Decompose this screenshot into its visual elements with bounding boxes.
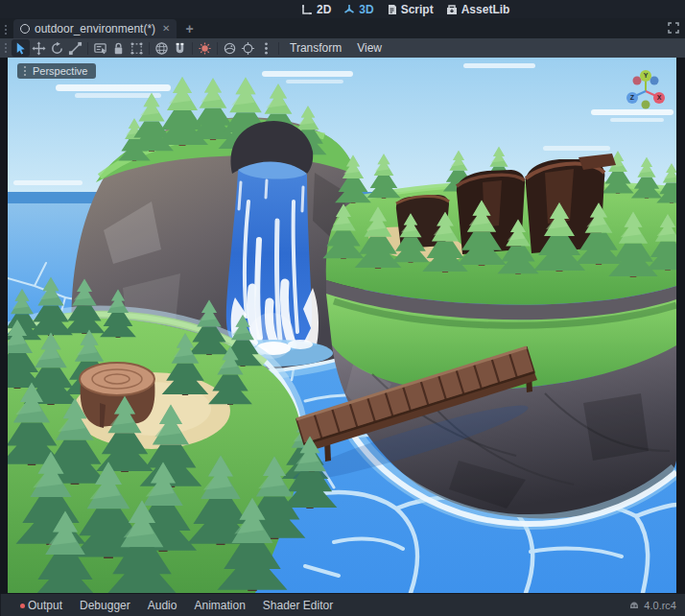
lock-selected-button[interactable] (109, 39, 128, 57)
unread-output-dot (20, 604, 25, 608)
gizmo-neg-y (642, 101, 650, 109)
tab-close-icon[interactable]: ✕ (160, 24, 170, 34)
preview-environment-icon (223, 41, 237, 56)
group-selected-button[interactable] (128, 39, 146, 57)
view-menu[interactable]: View (349, 39, 390, 57)
script-icon (387, 4, 397, 15)
scene-render (8, 58, 676, 593)
scene-tab-label: outdoor_environment(*) (35, 22, 155, 36)
move-icon (32, 41, 46, 56)
rotate-icon (50, 41, 64, 56)
spatial-toolbar: Transform View (0, 38, 685, 58)
select-tool-button[interactable] (12, 39, 30, 57)
scene-tab-bar: outdoor_environment(*) ✕ + (0, 18, 685, 38)
scale-icon (68, 41, 83, 56)
godot-version-icon (629, 601, 639, 610)
workspace-2d-label: 2D (317, 3, 331, 16)
assetlib-icon (446, 4, 458, 15)
version-label: 4.0.rc4 (644, 600, 676, 611)
gizmo-axes: Y X Z (626, 70, 665, 109)
gizmo-y-label: Y (644, 72, 649, 79)
bottom-panel-bar: Output Debugger Audio Animation Shader E… (0, 593, 685, 616)
perspective-button[interactable]: Perspective (17, 63, 96, 79)
shader-editor-button[interactable]: Shader Editor (255, 594, 341, 616)
move-tool-button[interactable] (30, 39, 48, 57)
rotate-tool-button[interactable] (48, 39, 66, 57)
shader-editor-label: Shader Editor (263, 599, 333, 612)
preview-environment-toggle[interactable] (221, 39, 239, 57)
scene-icon (20, 24, 30, 34)
orientation-gizmo[interactable]: Y X Z (625, 67, 667, 111)
local-space-icon (154, 41, 169, 56)
toolbar-drag-handle-icon[interactable] (0, 40, 12, 56)
camera-options-button[interactable] (239, 39, 257, 57)
lock-icon (111, 41, 126, 56)
version-info: 4.0.rc4 (629, 594, 676, 616)
snap-toggle[interactable] (171, 39, 189, 57)
workspace-switcher-bar: 2D 3D Script AssetLib (0, 0, 685, 18)
output-label: Output (28, 599, 62, 612)
list-select-tool-button[interactable] (91, 39, 109, 57)
snap-magnet-icon (173, 41, 187, 56)
gizmo-z-label: Z (630, 94, 635, 101)
animation-button[interactable]: Animation (186, 594, 252, 616)
transform-menu[interactable]: Transform (282, 39, 349, 57)
list-select-icon (93, 41, 107, 56)
right-island (322, 147, 676, 524)
3d-icon (343, 4, 355, 15)
output-button[interactable]: Output (12, 594, 70, 616)
workspace-script-label: Script (401, 3, 434, 16)
perspective-handle-icon (22, 65, 28, 77)
2d-icon (301, 4, 313, 15)
expand-icon (668, 22, 679, 34)
debugger-label: Debugger (80, 599, 130, 612)
animation-label: Animation (194, 599, 245, 612)
group-icon (130, 41, 144, 56)
godot-editor: 2D 3D Script AssetLib outdoor_environmen… (0, 0, 685, 616)
preview-sun-icon (198, 41, 212, 56)
3d-viewport[interactable]: Perspective Y X Z (8, 58, 676, 593)
more-options-button[interactable] (257, 39, 275, 57)
scale-tool-button[interactable] (66, 39, 84, 57)
scene-tab[interactable]: outdoor_environment(*) ✕ (13, 19, 177, 38)
tab-drag-handle-icon[interactable] (0, 21, 12, 38)
workspace-switcher: 2D 3D Script AssetLib (301, 0, 509, 18)
add-scene-tab-button[interactable]: + (177, 19, 201, 38)
debugger-button[interactable]: Debugger (72, 594, 138, 616)
workspace-3d-button[interactable]: 3D (343, 3, 373, 16)
local-space-toggle[interactable] (153, 39, 171, 57)
preview-sun-toggle[interactable] (196, 39, 214, 57)
workspace-2d-button[interactable]: 2D (301, 3, 331, 16)
gizmo-neg-z (650, 77, 659, 85)
workspace-assetlib-button[interactable]: AssetLib (446, 3, 510, 16)
workspace-script-button[interactable]: Script (387, 3, 434, 16)
workspace-3d-label: 3D (359, 3, 373, 16)
more-options-icon (259, 41, 273, 56)
gizmo-x-label: X (657, 94, 662, 101)
workspace-assetlib-label: AssetLib (461, 3, 510, 16)
projection-label: Perspective (33, 65, 87, 77)
camera-options-icon (241, 41, 255, 56)
audio-label: Audio (148, 599, 177, 612)
select-cursor-icon (13, 41, 28, 56)
expand-viewport-button[interactable] (667, 21, 680, 35)
gizmo-neg-x (633, 77, 642, 85)
audio-button[interactable]: Audio (140, 594, 185, 616)
